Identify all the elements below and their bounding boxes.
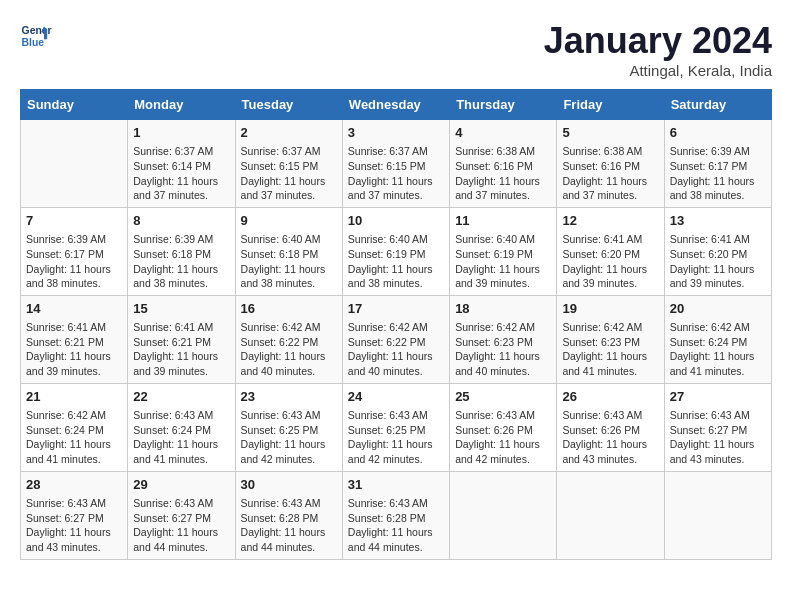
day-info: Sunset: 6:18 PM (133, 247, 229, 262)
day-info: Daylight: 11 hours and 40 minutes. (241, 349, 337, 378)
day-cell: 31Sunrise: 6:43 AMSunset: 6:28 PMDayligh… (342, 471, 449, 559)
day-cell: 2Sunrise: 6:37 AMSunset: 6:15 PMDaylight… (235, 120, 342, 208)
day-info: Sunset: 6:24 PM (670, 335, 766, 350)
day-info: Daylight: 11 hours and 44 minutes. (241, 525, 337, 554)
day-cell: 26Sunrise: 6:43 AMSunset: 6:26 PMDayligh… (557, 383, 664, 471)
day-info: Daylight: 11 hours and 42 minutes. (455, 437, 551, 466)
day-info: Sunrise: 6:42 AM (348, 320, 444, 335)
day-number: 21 (26, 388, 122, 406)
day-cell: 27Sunrise: 6:43 AMSunset: 6:27 PMDayligh… (664, 383, 771, 471)
day-number: 20 (670, 300, 766, 318)
day-info: Sunrise: 6:43 AM (348, 496, 444, 511)
day-info: Sunset: 6:20 PM (670, 247, 766, 262)
day-info: Sunset: 6:17 PM (670, 159, 766, 174)
day-info: Daylight: 11 hours and 37 minutes. (455, 174, 551, 203)
day-cell: 18Sunrise: 6:42 AMSunset: 6:23 PMDayligh… (450, 295, 557, 383)
day-info: Daylight: 11 hours and 43 minutes. (562, 437, 658, 466)
week-row-4: 21Sunrise: 6:42 AMSunset: 6:24 PMDayligh… (21, 383, 772, 471)
location: Attingal, Kerala, India (544, 62, 772, 79)
calendar-header-row: SundayMondayTuesdayWednesdayThursdayFrid… (21, 90, 772, 120)
day-cell: 12Sunrise: 6:41 AMSunset: 6:20 PMDayligh… (557, 207, 664, 295)
day-info: Sunset: 6:23 PM (562, 335, 658, 350)
day-info: Sunrise: 6:40 AM (241, 232, 337, 247)
day-info: Daylight: 11 hours and 38 minutes. (26, 262, 122, 291)
day-info: Sunrise: 6:43 AM (670, 408, 766, 423)
day-info: Sunrise: 6:42 AM (670, 320, 766, 335)
day-info: Daylight: 11 hours and 38 minutes. (348, 262, 444, 291)
title-block: January 2024 Attingal, Kerala, India (544, 20, 772, 79)
day-number: 18 (455, 300, 551, 318)
day-info: Daylight: 11 hours and 39 minutes. (562, 262, 658, 291)
day-number: 11 (455, 212, 551, 230)
day-number: 2 (241, 124, 337, 142)
day-info: Sunset: 6:28 PM (348, 511, 444, 526)
day-info: Sunset: 6:25 PM (348, 423, 444, 438)
day-info: Sunrise: 6:43 AM (241, 496, 337, 511)
day-info: Sunset: 6:16 PM (455, 159, 551, 174)
day-info: Sunset: 6:28 PM (241, 511, 337, 526)
day-info: Daylight: 11 hours and 39 minutes. (455, 262, 551, 291)
day-info: Daylight: 11 hours and 37 minutes. (241, 174, 337, 203)
week-row-3: 14Sunrise: 6:41 AMSunset: 6:21 PMDayligh… (21, 295, 772, 383)
day-info: Sunrise: 6:37 AM (348, 144, 444, 159)
day-cell: 19Sunrise: 6:42 AMSunset: 6:23 PMDayligh… (557, 295, 664, 383)
day-number: 5 (562, 124, 658, 142)
day-cell: 4Sunrise: 6:38 AMSunset: 6:16 PMDaylight… (450, 120, 557, 208)
day-info: Sunset: 6:16 PM (562, 159, 658, 174)
week-row-1: 1Sunrise: 6:37 AMSunset: 6:14 PMDaylight… (21, 120, 772, 208)
day-cell: 11Sunrise: 6:40 AMSunset: 6:19 PMDayligh… (450, 207, 557, 295)
day-info: Daylight: 11 hours and 44 minutes. (133, 525, 229, 554)
column-header-thursday: Thursday (450, 90, 557, 120)
day-info: Sunrise: 6:37 AM (133, 144, 229, 159)
day-info: Daylight: 11 hours and 42 minutes. (241, 437, 337, 466)
day-number: 9 (241, 212, 337, 230)
day-info: Sunrise: 6:43 AM (562, 408, 658, 423)
day-info: Sunrise: 6:42 AM (241, 320, 337, 335)
day-number: 13 (670, 212, 766, 230)
day-info: Sunset: 6:17 PM (26, 247, 122, 262)
day-cell: 28Sunrise: 6:43 AMSunset: 6:27 PMDayligh… (21, 471, 128, 559)
day-info: Sunset: 6:22 PM (241, 335, 337, 350)
day-number: 19 (562, 300, 658, 318)
day-info: Daylight: 11 hours and 41 minutes. (26, 437, 122, 466)
day-info: Sunset: 6:19 PM (455, 247, 551, 262)
calendar-table: SundayMondayTuesdayWednesdayThursdayFrid… (20, 89, 772, 560)
day-number: 23 (241, 388, 337, 406)
day-info: Daylight: 11 hours and 39 minutes. (26, 349, 122, 378)
svg-text:General: General (22, 25, 52, 36)
column-header-saturday: Saturday (664, 90, 771, 120)
day-cell (21, 120, 128, 208)
day-cell (557, 471, 664, 559)
day-info: Sunrise: 6:43 AM (133, 496, 229, 511)
day-number: 31 (348, 476, 444, 494)
day-number: 4 (455, 124, 551, 142)
day-number: 15 (133, 300, 229, 318)
day-cell: 20Sunrise: 6:42 AMSunset: 6:24 PMDayligh… (664, 295, 771, 383)
day-info: Daylight: 11 hours and 43 minutes. (670, 437, 766, 466)
day-info: Sunset: 6:21 PM (26, 335, 122, 350)
day-info: Sunrise: 6:40 AM (455, 232, 551, 247)
day-number: 10 (348, 212, 444, 230)
day-cell: 10Sunrise: 6:40 AMSunset: 6:19 PMDayligh… (342, 207, 449, 295)
logo: General Blue (20, 20, 52, 52)
day-number: 27 (670, 388, 766, 406)
day-cell: 13Sunrise: 6:41 AMSunset: 6:20 PMDayligh… (664, 207, 771, 295)
day-info: Daylight: 11 hours and 38 minutes. (133, 262, 229, 291)
day-info: Sunrise: 6:43 AM (133, 408, 229, 423)
column-header-tuesday: Tuesday (235, 90, 342, 120)
day-info: Sunrise: 6:39 AM (26, 232, 122, 247)
day-info: Sunrise: 6:38 AM (562, 144, 658, 159)
day-info: Daylight: 11 hours and 44 minutes. (348, 525, 444, 554)
day-info: Sunset: 6:20 PM (562, 247, 658, 262)
day-info: Sunrise: 6:43 AM (241, 408, 337, 423)
day-number: 7 (26, 212, 122, 230)
day-cell: 8Sunrise: 6:39 AMSunset: 6:18 PMDaylight… (128, 207, 235, 295)
column-header-sunday: Sunday (21, 90, 128, 120)
day-info: Sunset: 6:15 PM (348, 159, 444, 174)
week-row-5: 28Sunrise: 6:43 AMSunset: 6:27 PMDayligh… (21, 471, 772, 559)
day-info: Daylight: 11 hours and 37 minutes. (133, 174, 229, 203)
day-info: Sunset: 6:23 PM (455, 335, 551, 350)
day-number: 26 (562, 388, 658, 406)
day-cell: 6Sunrise: 6:39 AMSunset: 6:17 PMDaylight… (664, 120, 771, 208)
day-info: Sunrise: 6:39 AM (133, 232, 229, 247)
